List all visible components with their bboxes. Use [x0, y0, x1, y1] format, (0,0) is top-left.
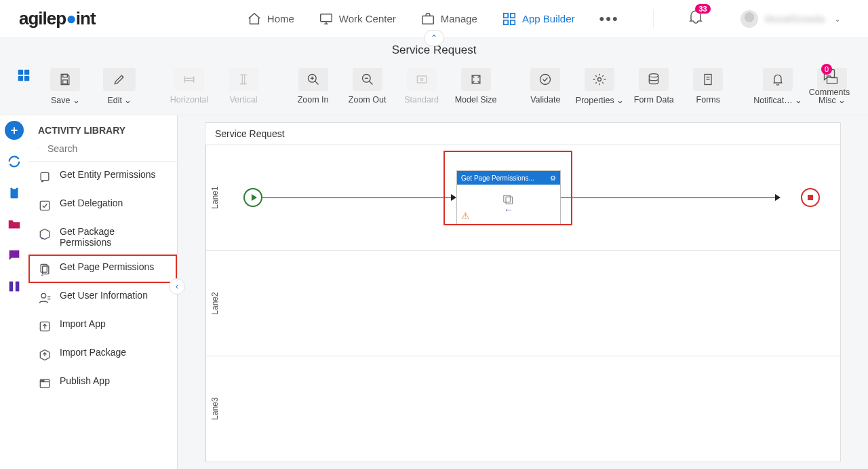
user-name-label: MuraliGowda [765, 13, 825, 24]
edit-button[interactable]: Edit⌄ [96, 68, 143, 105]
model-size-label: Model Size [455, 95, 497, 105]
lane-body[interactable] [223, 251, 840, 356]
list-item-label: Import Package [60, 347, 126, 358]
library-item-get-delegation[interactable]: Get Delegation [28, 191, 177, 219]
horizontal-button[interactable]: Horizontal [165, 68, 213, 105]
library-item-get-package-permissions[interactable]: Get Package Permissions [28, 219, 177, 255]
svg-rect-7 [24, 70, 29, 75]
zoom-out-label: Zoom Out [349, 95, 387, 105]
svg-point-30 [650, 74, 658, 77]
gear-icon [593, 73, 606, 86]
form-data-label: Form Data [634, 95, 674, 105]
nav-work-center[interactable]: Work Center [319, 12, 396, 26]
forms-button[interactable]: Forms [684, 68, 732, 105]
bell-outline-icon [771, 73, 785, 86]
search-icon [38, 143, 39, 155]
properties-label: Properties [576, 96, 614, 105]
search-input[interactable] [46, 143, 167, 155]
apps-view-icon[interactable] [16, 68, 31, 86]
list-item-label: Get User Information [60, 290, 148, 301]
rail-folder-icon[interactable] [5, 214, 24, 233]
model-size-button[interactable]: Model Size [452, 68, 500, 105]
user-info-icon [38, 291, 52, 305]
library-item-publish-app[interactable]: Publish App [28, 369, 177, 397]
activity-label: Get Page Permissions... [461, 174, 534, 182]
library-item-import-package[interactable]: Import Package [28, 340, 177, 369]
activity-get-page-permissions[interactable]: Get Page Permissions... ⚙ ⚠ ← [456, 170, 561, 225]
save-icon [58, 73, 72, 86]
return-arrow-icon: ← [504, 205, 513, 214]
left-rail: + [0, 115, 28, 469]
save-label: Save [51, 96, 71, 105]
process-canvas[interactable]: Service Request Lane1 Get Page Permissio… [205, 122, 841, 462]
library-item-get-page-permissions[interactable]: Get Page Permissions [28, 255, 177, 283]
align-horizontal-icon [182, 73, 196, 86]
nav-more-icon[interactable]: ••• [599, 10, 619, 28]
notifications-button[interactable]: 33 [688, 10, 704, 29]
lane-3[interactable]: Lane3 [205, 356, 840, 462]
end-node[interactable] [801, 188, 820, 207]
brand-logo: agilep●int [19, 8, 96, 29]
svg-point-28 [540, 75, 551, 85]
zoom-in-button[interactable]: Zoom In [290, 68, 337, 105]
brand-dot-icon: ● [66, 8, 76, 29]
library-item-get-user-information[interactable]: Get User Information [28, 283, 177, 312]
vertical-button[interactable]: Vertical [220, 68, 267, 105]
notifications-tool-button[interactable]: Notificat…⌄ [754, 68, 802, 105]
rail-clipboard-icon[interactable] [5, 183, 24, 202]
validate-button[interactable]: Validate [521, 68, 569, 105]
lane-2[interactable]: Lane2 [205, 251, 840, 357]
page-title-bar: ⌃ Service Request [0, 38, 868, 62]
save-button[interactable]: Save⌄ [41, 68, 89, 105]
nav-work-center-label: Work Center [339, 13, 396, 24]
home-icon [247, 12, 262, 26]
svg-rect-36 [9, 282, 14, 292]
svg-rect-42 [41, 265, 47, 273]
vertical-label: Vertical [229, 95, 257, 105]
edit-label: Edit [108, 96, 123, 105]
svg-line-19 [315, 81, 318, 85]
comments-button[interactable]: 0 Comments [806, 68, 853, 97]
svg-rect-25 [417, 76, 426, 83]
library-item-get-entity-permissions[interactable]: Get Entity Permissions [28, 162, 177, 191]
svg-rect-15 [242, 75, 244, 83]
import-package-icon [38, 348, 52, 362]
activity-type-icon: ← [498, 194, 519, 214]
chevron-down-icon: ⌄ [834, 14, 841, 24]
nav-home[interactable]: Home [247, 12, 294, 26]
edge [561, 198, 778, 198]
lane-body[interactable]: Get Page Permissions... ⚙ ⚠ ← [223, 145, 840, 250]
gear-icon[interactable]: ⚙ [550, 174, 556, 182]
collapse-library-button[interactable]: ‹ [169, 278, 185, 295]
zoom-out-button[interactable]: Zoom Out [344, 68, 391, 105]
activity-header[interactable]: Get Page Permissions... ⚙ [457, 171, 560, 185]
lane-label: Lane3 [205, 356, 223, 462]
list-item-label: Import App [60, 318, 106, 329]
svg-rect-2 [504, 13, 508, 17]
nav-manage[interactable]: Manage [420, 12, 477, 26]
svg-rect-6 [18, 70, 22, 75]
standard-zoom-button[interactable]: Standard [398, 68, 446, 105]
standard-label: Standard [404, 95, 439, 105]
properties-button[interactable]: Properties⌄ [576, 68, 623, 105]
svg-rect-43 [43, 266, 49, 274]
collapse-toolbar-button[interactable]: ⌃ [424, 30, 444, 46]
library-search[interactable] [28, 143, 177, 162]
nav-home-label: Home [267, 13, 294, 24]
add-button[interactable]: + [5, 121, 24, 140]
rail-loop-icon[interactable] [5, 152, 24, 171]
swimlanes: Lane1 Get Page Permissions... ⚙ ⚠ [205, 145, 840, 462]
lane-1[interactable]: Lane1 Get Page Permissions... ⚙ ⚠ [205, 145, 840, 251]
svg-point-44 [41, 293, 46, 298]
apps-grid-icon [502, 12, 517, 26]
user-menu[interactable]: MuraliGowda ⌄ [741, 10, 841, 28]
editor-body: + ACTIVITY LIBRARY Get Entity Permission… [0, 115, 868, 469]
form-data-button[interactable]: Form Data [630, 68, 677, 105]
rail-chat-icon[interactable] [5, 246, 24, 265]
start-node[interactable] [243, 188, 262, 207]
rail-columns-icon[interactable] [5, 277, 24, 296]
validate-icon [538, 73, 552, 86]
library-item-import-app[interactable]: Import App [28, 312, 177, 340]
nav-app-builder[interactable]: App Builder [502, 12, 575, 26]
lane-body[interactable] [223, 356, 840, 462]
